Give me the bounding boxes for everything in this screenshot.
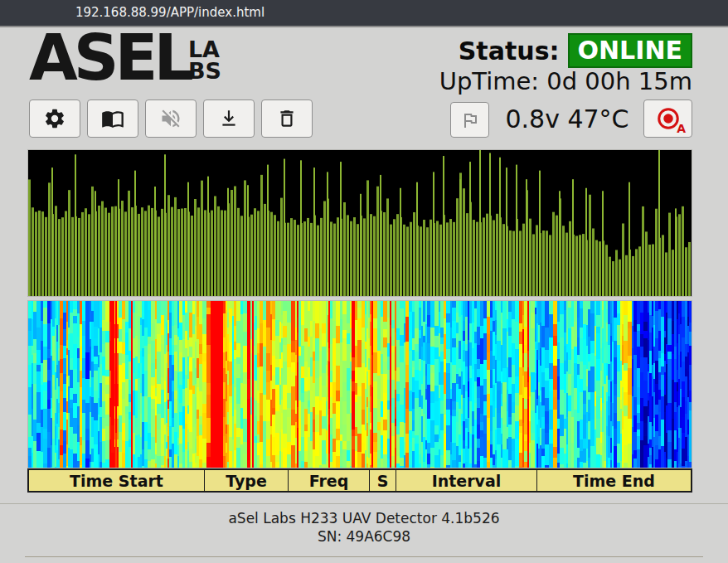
book-icon [101, 107, 124, 130]
col-type: Type [205, 470, 289, 491]
mute-button[interactable] [145, 99, 197, 138]
waterfall-chart [27, 300, 692, 468]
status-label: Status: [459, 36, 560, 66]
col-interval: Interval [396, 470, 537, 491]
logo-labs-bottom: BS [188, 61, 221, 82]
brand-logo: aSel LA BS [29, 33, 221, 82]
status-badge: ONLINE [568, 33, 693, 68]
col-s: S [370, 470, 396, 491]
bottom-divider [25, 556, 703, 557]
flag-icon [460, 110, 480, 130]
serial-number-text: SN: 49A6C98 [0, 528, 728, 545]
col-time-start: Time Start [29, 470, 205, 491]
log-button[interactable] [87, 99, 138, 138]
uav-detector-app: 192.168.88.99/APP/index.html aSel LA BS … [0, 0, 728, 563]
spectrum-chart [27, 149, 692, 297]
download-icon [218, 108, 240, 129]
logo-wordmark: aSel [29, 33, 190, 82]
download-button[interactable] [203, 99, 255, 138]
clear-button[interactable] [261, 99, 313, 138]
detections-table-header: Time Start Type Freq S Interval Time End [27, 468, 692, 493]
record-mode-label: A [677, 123, 686, 134]
gear-icon [43, 107, 66, 130]
flag-button[interactable] [450, 102, 489, 138]
device-name-text: aSel Labs H233 UAV Detector 4.1b526 [0, 510, 728, 527]
spectrum-canvas [28, 150, 692, 296]
footer-divider [0, 503, 728, 504]
logo-labs-top: LA [188, 39, 221, 61]
record-button[interactable]: A [643, 99, 692, 138]
col-time-end: Time End [537, 470, 691, 491]
telemetry-readout: 0.8v 47°C [496, 104, 638, 133]
col-freq: Freq [289, 470, 370, 491]
trash-icon [276, 108, 298, 129]
waterfall-canvas [28, 301, 692, 468]
uptime-text: UpTime: 0d 00h 15m [439, 67, 692, 95]
settings-button[interactable] [29, 99, 80, 138]
status-row: Status: ONLINE [459, 33, 692, 68]
speaker-muted-icon [159, 107, 182, 130]
logo-labs-stack: LA BS [188, 39, 221, 81]
